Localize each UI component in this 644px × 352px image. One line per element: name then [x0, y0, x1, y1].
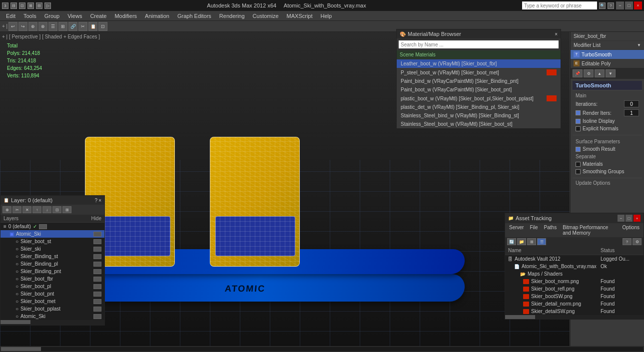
ts-materials-row[interactable]: Materials: [573, 160, 642, 168]
lp-item-5[interactable]: ○ Skier_Binding_pl: [0, 260, 104, 268]
app-icon[interactable]: 3: [2, 2, 8, 9]
mmb-item-6[interactable]: Stainless_Steel_bind_w (VRayMtl) [Skier_…: [397, 111, 561, 120]
lp-btn-3[interactable]: ✕: [22, 206, 31, 213]
at-item-maps[interactable]: 📂 Maps / Shaders: [517, 270, 644, 278]
lp-item-2[interactable]: ○ Skier_boot_st: [0, 238, 104, 245]
ts-render-iters-input[interactable]: [624, 109, 639, 116]
lp-help-button[interactable]: ?: [95, 198, 98, 203]
at-item-map-1[interactable]: Skier_boot_norm.png Found: [505, 278, 644, 285]
at-item-map-3[interactable]: Skier_bootSW.png Found: [505, 293, 644, 300]
at-item-map-5[interactable]: Skier_detailSW.png Found: [505, 308, 644, 315]
maximize-button[interactable]: □: [625, 1, 633, 9]
lp-close-button[interactable]: ×: [98, 198, 101, 203]
scroll-thumb[interactable]: [1, 347, 41, 351]
lp-btn-5[interactable]: ↓: [42, 206, 51, 213]
menu-maxscript[interactable]: MAXScript: [283, 12, 317, 20]
ts-isoline-check[interactable]: [576, 119, 581, 124]
menu-rendering[interactable]: Rendering: [215, 12, 249, 20]
toolbar-btn-1[interactable]: ↩: [8, 22, 17, 31]
modifier-editable-poly[interactable]: E Editable Poly: [571, 59, 644, 68]
lp-scrollbar[interactable]: [0, 320, 104, 325]
mmb-search-input[interactable]: [399, 40, 559, 48]
search-input[interactable]: [522, 1, 597, 9]
at-scroll-thumb[interactable]: [505, 315, 535, 319]
ts-explicit-row[interactable]: Explicit Normals: [573, 125, 642, 132]
horizontal-scrollbar[interactable]: [1, 347, 643, 351]
at-tb-btn-6[interactable]: ⚙: [633, 238, 642, 245]
at-item-vault[interactable]: 🗄 Autodesk Vault 2012 Logged Ou...: [505, 255, 644, 263]
lp-scroll-thumb[interactable]: [0, 320, 30, 324]
lp-btn-2[interactable]: ✂: [12, 206, 21, 213]
menu-animation[interactable]: Animation: [141, 12, 173, 20]
lp-item-7[interactable]: ○ Skier_boot_fbr: [0, 275, 104, 283]
lp-item-10[interactable]: ○ Skier_boot_met: [0, 298, 104, 305]
menu-help[interactable]: Help: [317, 12, 336, 20]
at-close[interactable]: ×: [634, 215, 641, 222]
toolbar-btn-9[interactable]: 📋: [88, 22, 97, 31]
menu-views[interactable]: Views: [63, 12, 86, 20]
menu-modifiers[interactable]: Modifiers: [110, 12, 141, 20]
mmb-item-4[interactable]: plastic_boot_w (VRayMtl) [Skier_boot_pl,…: [397, 94, 561, 103]
at-minimize[interactable]: −: [618, 215, 625, 222]
ts-smoothing-groups-row[interactable]: Smoothing Groups: [573, 168, 642, 175]
tb-btn-5[interactable]: ▷: [44, 2, 51, 9]
ts-smooth-result-check[interactable]: [576, 147, 581, 152]
tb-btn-2[interactable]: ⊡: [19, 2, 25, 9]
menu-create[interactable]: Create: [86, 12, 110, 20]
mmb-item-1[interactable]: P_steel_boot_w (VRayMtl) [Skier_boot_met…: [397, 68, 561, 77]
help-button[interactable]: ?: [608, 2, 614, 9]
search-button[interactable]: 🔍: [599, 2, 606, 9]
mod-tb-arrow-u[interactable]: ▲: [595, 69, 605, 77]
at-tb-btn-1[interactable]: 🔄: [507, 238, 516, 245]
lp-btn-6[interactable]: ⊡: [52, 206, 61, 213]
at-tb-btn-5[interactable]: ?: [623, 238, 632, 245]
ts-materials-check[interactable]: [576, 162, 581, 167]
lp-item-default[interactable]: ≡ 0 (default) ✓: [0, 223, 104, 230]
at-tb-btn-4[interactable]: ☰: [537, 238, 546, 245]
at-menu-file[interactable]: File: [528, 224, 540, 236]
ts-smooth-result-row[interactable]: Smooth Result: [573, 145, 642, 153]
menu-tools[interactable]: Tools: [19, 12, 40, 20]
toolbar-btn-3[interactable]: ⊕: [28, 22, 37, 31]
modifier-list-dropdown[interactable]: ▼: [637, 43, 641, 47]
ts-explicit-check[interactable]: [576, 126, 581, 131]
lp-item-11[interactable]: ○ Skier_boot_pplast: [0, 305, 104, 313]
mmb-item-7[interactable]: Stainless_Steel_boot_w (VRayMtl) [Skier_…: [397, 120, 561, 128]
menu-graph-editors[interactable]: Graph Editors: [173, 12, 215, 20]
at-tb-btn-2[interactable]: 📁: [517, 238, 526, 245]
tb-btn-1[interactable]: ⊟: [10, 2, 17, 9]
at-menu-bitmap[interactable]: Bitmap Performance and Memory: [561, 224, 618, 236]
at-menu-server[interactable]: Server: [507, 224, 526, 236]
toolbar-btn-4[interactable]: ⊗: [38, 22, 47, 31]
close-button[interactable]: ×: [634, 1, 642, 9]
mmb-item-0[interactable]: Leather_boot_w (VRayMtl) [Skier_boot_fbr…: [397, 59, 561, 68]
mod-tb-pin[interactable]: 📌: [573, 69, 583, 77]
mod-tb-cfg[interactable]: ⚙: [584, 69, 594, 77]
mmb-close-button[interactable]: ×: [555, 31, 558, 37]
menu-group[interactable]: Group: [40, 12, 64, 20]
at-menu-options[interactable]: Options: [621, 224, 642, 236]
toolbar-btn-8[interactable]: ✂: [78, 22, 87, 31]
toolbar-btn-6[interactable]: ⊞: [58, 22, 67, 31]
ts-smoothing-groups-check[interactable]: [576, 169, 581, 174]
at-item-map-2[interactable]: Skier_boot_refl.png Found: [505, 285, 644, 293]
lp-btn-4[interactable]: ↑: [32, 206, 41, 213]
lp-item-atomic-ski[interactable]: ▣ Atomic_Ski: [0, 230, 104, 238]
lp-item-3[interactable]: ○ Skier_ski: [0, 245, 104, 253]
at-scrollbar[interactable]: [505, 315, 644, 319]
lp-item-8[interactable]: ○ Skier_boot_pl: [0, 283, 104, 290]
at-menu-paths[interactable]: Paths: [542, 224, 559, 236]
at-item-map-4[interactable]: Skier_detail_norm.png Found: [505, 300, 644, 308]
lp-item-9[interactable]: ○ Skier_boot_pnt: [0, 290, 104, 298]
lp-item-4[interactable]: ○ Skier_Binding_st: [0, 253, 104, 260]
ts-render-iters-check[interactable]: [576, 110, 581, 115]
mmb-item-5[interactable]: plastic_det_w (VRayMtl) [Skier_Binding_p…: [397, 103, 561, 111]
lp-btn-7[interactable]: ⊞: [62, 206, 71, 213]
toolbar-btn-7[interactable]: 🔗: [68, 22, 77, 31]
tb-btn-3[interactable]: ⊞: [27, 2, 34, 9]
ts-iterations-input[interactable]: [624, 100, 639, 107]
lp-item-6[interactable]: ○ Skier_Binding_pnt: [0, 268, 104, 275]
toolbar-btn-10[interactable]: ⊡: [98, 22, 107, 31]
menu-customize[interactable]: Customize: [249, 12, 283, 20]
menu-edit[interactable]: Edit: [2, 12, 19, 20]
